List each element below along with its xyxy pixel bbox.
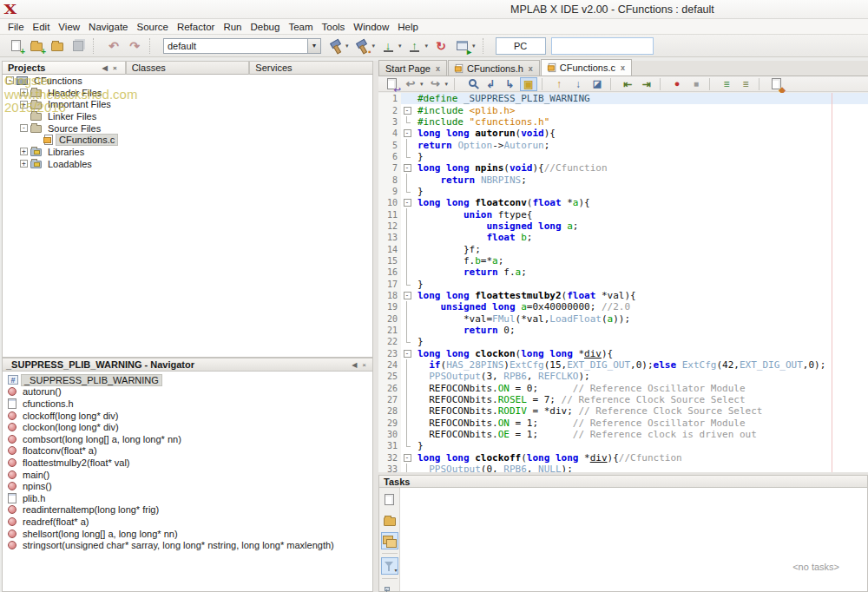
line-number[interactable]: 18	[378, 290, 401, 301]
fold-toggle-icon[interactable]: -	[401, 348, 413, 359]
code-line-8[interactable]: 8 return NBRPINS;	[378, 174, 868, 185]
navigator-item-main[interactable]: main()	[3, 469, 372, 481]
line-number[interactable]: 19	[378, 301, 401, 312]
line-number[interactable]: 25	[378, 371, 401, 382]
tree-expander-icon[interactable]: -	[20, 124, 28, 132]
code-line-3[interactable]: 3#include "cfunctions.h"	[378, 116, 868, 128]
navigator-item-floattestmulby2[interactable]: floattestmulby2(float* val)	[3, 457, 372, 469]
code-line-21[interactable]: 21 return 0;	[378, 325, 868, 336]
line-number[interactable]: 24	[378, 359, 401, 371]
folder-scope-button[interactable]	[381, 511, 398, 529]
pc-field[interactable]: PC	[496, 37, 546, 55]
line-number[interactable]: 14	[378, 243, 401, 254]
code-line-26[interactable]: 26 REFOCONbits.ON = 0; // Reference Osci…	[378, 383, 868, 394]
menu-team[interactable]: Team	[284, 21, 317, 33]
line-number[interactable]: 20	[378, 313, 401, 325]
line-number[interactable]: 33	[378, 464, 401, 472]
filter-button[interactable]: ▾	[381, 557, 398, 575]
line-number[interactable]: 23	[378, 348, 401, 359]
line-number[interactable]: 7	[378, 162, 401, 174]
code-line-31[interactable]: 31}	[378, 440, 868, 451]
project-tree-item-important-files[interactable]: +Important Files	[3, 98, 372, 110]
read-device-button-dropdown-icon[interactable]: ▾	[425, 43, 429, 49]
read-device-button[interactable]: ↑	[405, 36, 424, 56]
code-line-33[interactable]: 33 PPSOutput(0, RPB6, NULL);	[378, 464, 868, 472]
code-line-19[interactable]: 19 unsigned long a=0x40000000; //2.0	[378, 301, 868, 312]
debug-project-button-dropdown-icon[interactable]: ▾	[472, 43, 476, 49]
code-line-16[interactable]: 16 return f.a;	[378, 266, 868, 278]
close-tab-icon[interactable]: x	[527, 64, 533, 73]
code-line-10[interactable]: 10-long long floatconv(float *a){	[378, 197, 868, 208]
comment-button[interactable]: ≡	[718, 77, 735, 91]
back-button[interactable]: ↩	[402, 77, 419, 91]
menu-window[interactable]: Window	[349, 21, 393, 33]
tree-expander-icon[interactable]: +	[20, 101, 28, 109]
close-panel-icon[interactable]: ×	[359, 361, 369, 369]
close-panel-icon[interactable]: ×	[110, 64, 120, 72]
project-tree-item-source-files[interactable]: -Source Files	[3, 122, 372, 135]
code-line-5[interactable]: 5return Option->Autorun;	[378, 139, 868, 150]
project-tree-item-header-files[interactable]: +Header Files	[3, 87, 372, 99]
fold-toggle-icon[interactable]: -	[401, 452, 413, 464]
project-tree-item-libraries[interactable]: +Libraries	[3, 146, 372, 158]
stop-macro-button[interactable]: ■	[687, 77, 705, 91]
code-line-14[interactable]: 14 }f;	[378, 243, 868, 254]
last-edit-button[interactable]: ↩	[383, 77, 400, 91]
go-to-header-button[interactable]: ◆	[767, 77, 785, 91]
minimize-panel-icon[interactable]: ◀	[349, 361, 359, 369]
code-line-13[interactable]: 13 float b;	[378, 232, 868, 243]
new-file-button[interactable]: +	[6, 36, 25, 56]
tab-projects[interactable]: Projects◀×	[2, 61, 126, 75]
code-line-28[interactable]: 28 REFOCONbits.RODIV = *div; // Referenc…	[378, 405, 868, 417]
find-previous-button[interactable]: ↲	[482, 77, 499, 91]
line-number[interactable]: 31	[378, 440, 401, 451]
navigator-item-autorun[interactable]: autorun()	[3, 386, 372, 398]
project-tree-item-cfunctions[interactable]: -CFunctions	[3, 75, 372, 87]
line-number[interactable]: 6	[378, 151, 401, 162]
line-number[interactable]: 22	[378, 336, 401, 347]
menu-source[interactable]: Source	[132, 21, 172, 33]
filter-button-dropdown-icon[interactable]: ▾	[394, 567, 397, 573]
code-line-29[interactable]: 29 REFOCONbits.ON = 1; // Reference Osci…	[378, 418, 868, 429]
record-macro-button[interactable]: ●	[668, 77, 686, 91]
close-tab-icon[interactable]: x	[619, 63, 625, 72]
open-project-button[interactable]	[48, 36, 67, 56]
back-button-dropdown-icon[interactable]: ▾	[420, 81, 424, 88]
menu-view[interactable]: View	[54, 21, 84, 33]
tab-services[interactable]: Services	[249, 61, 373, 75]
navigator-item-cfunctions-h[interactable]: cfunctions.h	[3, 398, 372, 410]
code-line-23[interactable]: 23-long long clockon(long long *div){	[378, 348, 868, 359]
navigator-item-combsort[interactable]: combsort(long long[] a, long long* nn)	[3, 433, 372, 445]
navigator-item-stringsort[interactable]: stringsort(unsigned char* sarray, long l…	[3, 539, 372, 551]
menu-file[interactable]: File	[3, 21, 29, 33]
tab-cfunctions-h[interactable]: CFunctions.hx	[448, 60, 540, 76]
tab-classes[interactable]: Classes	[126, 61, 250, 75]
build-button-dropdown-icon[interactable]: ▾	[345, 43, 349, 49]
menu-tools[interactable]: Tools	[318, 21, 350, 33]
navigator-item-floatconv[interactable]: floatconv(float* a)	[3, 445, 372, 457]
code-line-12[interactable]: 12 unsigned long a;	[378, 220, 868, 232]
code-line-11[interactable]: 11 union ftype{	[378, 208, 868, 220]
navigator-panel[interactable]: #_SUPPRESS_PLIB_WARNINGautorun()cfunctio…	[2, 372, 373, 592]
navigator-item-readref[interactable]: readref(float* a)	[3, 516, 372, 528]
code-line-27[interactable]: 27 REFOCONbits.ROSEL = 7; // Reference C…	[378, 394, 868, 405]
line-number[interactable]: 10	[378, 197, 401, 208]
tab-cfunctions-c[interactable]: CFunctions.cx	[541, 59, 632, 76]
navigator-item--suppress-plib-warning[interactable]: #_SUPPRESS_PLIB_WARNING	[3, 374, 372, 386]
code-line-9[interactable]: 9}	[378, 186, 868, 197]
code-line-18[interactable]: 18-long long floattestmulby2(float *val)…	[378, 290, 868, 301]
line-number[interactable]: 17	[378, 279, 401, 290]
project-tree-item-loadables[interactable]: +Loadables	[3, 158, 372, 170]
code-line-30[interactable]: 30 REFOCONbits.OE = 1; // Reference cloc…	[378, 429, 868, 440]
tab-start-page[interactable]: Start Pagex	[378, 60, 447, 76]
navigator-item-readinternaltemp[interactable]: readinternaltemp(long long* frig)	[3, 504, 372, 516]
line-number[interactable]: 13	[378, 232, 401, 243]
line-number[interactable]: 5	[378, 139, 401, 150]
code-line-6[interactable]: 6}	[378, 151, 868, 162]
memory-field[interactable]	[551, 37, 654, 55]
line-number[interactable]: 16	[378, 266, 401, 278]
menu-run[interactable]: Run	[219, 21, 246, 33]
code-line-32[interactable]: 32-long long clockoff(long long *div){//…	[378, 452, 868, 464]
all-files-scope-button[interactable]	[381, 532, 398, 549]
code-line-22[interactable]: 22}	[378, 336, 868, 347]
